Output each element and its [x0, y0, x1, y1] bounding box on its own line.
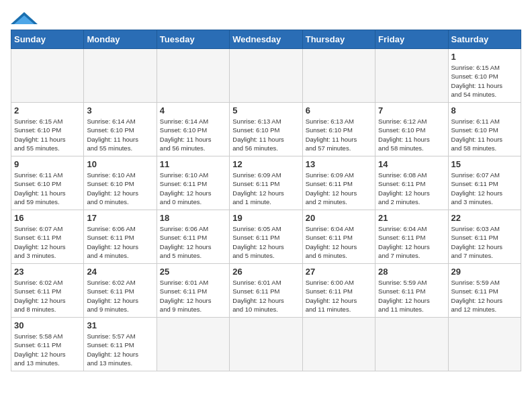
day-number: 14	[378, 159, 445, 169]
calendar-cell: 12Sunrise: 6:09 AM Sunset: 6:11 PM Dayli…	[230, 156, 302, 210]
day-info: Sunrise: 5:57 AM Sunset: 6:11 PM Dayligh…	[87, 332, 153, 367]
day-number: 4	[160, 105, 226, 116]
day-number: 11	[160, 159, 226, 169]
day-info: Sunrise: 6:10 AM Sunset: 6:10 PM Dayligh…	[87, 171, 153, 206]
calendar-cell	[230, 49, 302, 103]
day-info: Sunrise: 5:59 AM Sunset: 6:11 PM Dayligh…	[451, 278, 518, 314]
calendar-cell: 20Sunrise: 6:04 AM Sunset: 6:11 PM Dayli…	[302, 210, 375, 264]
logo-icon	[11, 12, 38, 24]
calendar-week-0: 1Sunrise: 6:15 AM Sunset: 6:10 PM Daylig…	[11, 49, 521, 103]
weekday-header-friday: Friday	[375, 30, 448, 49]
day-number: 19	[232, 213, 299, 223]
day-info: Sunrise: 6:07 AM Sunset: 6:11 PM Dayligh…	[451, 171, 518, 206]
day-info: Sunrise: 6:12 AM Sunset: 6:10 PM Dayligh…	[378, 117, 445, 152]
day-number: 1	[451, 52, 518, 62]
day-info: Sunrise: 6:01 AM Sunset: 6:11 PM Dayligh…	[160, 278, 226, 314]
calendar-cell: 7Sunrise: 6:12 AM Sunset: 6:10 PM Daylig…	[375, 103, 448, 156]
calendar-cell: 26Sunrise: 6:01 AM Sunset: 6:11 PM Dayli…	[230, 264, 302, 318]
calendar-week-1: 2Sunrise: 6:15 AM Sunset: 6:10 PM Daylig…	[11, 103, 521, 156]
calendar-cell	[84, 49, 157, 103]
calendar-week-3: 16Sunrise: 6:07 AM Sunset: 6:11 PM Dayli…	[11, 210, 521, 264]
calendar-cell: 21Sunrise: 6:04 AM Sunset: 6:11 PM Dayli…	[375, 210, 448, 264]
day-info: Sunrise: 6:13 AM Sunset: 6:10 PM Dayligh…	[232, 117, 299, 152]
calendar-cell: 23Sunrise: 6:02 AM Sunset: 6:11 PM Dayli…	[11, 264, 84, 318]
calendar-cell: 22Sunrise: 6:03 AM Sunset: 6:11 PM Dayli…	[448, 210, 521, 264]
day-number: 30	[14, 320, 81, 330]
calendar-cell	[157, 49, 229, 103]
day-number: 9	[14, 159, 81, 169]
day-number: 26	[232, 267, 299, 277]
calendar-cell: 11Sunrise: 6:10 AM Sunset: 6:11 PM Dayli…	[157, 156, 229, 210]
day-info: Sunrise: 6:03 AM Sunset: 6:11 PM Dayligh…	[451, 224, 518, 260]
day-number: 13	[306, 159, 372, 169]
day-info: Sunrise: 6:13 AM Sunset: 6:10 PM Dayligh…	[306, 117, 372, 152]
calendar-header: SundayMondayTuesdayWednesdayThursdayFrid…	[11, 30, 521, 49]
calendar-cell: 15Sunrise: 6:07 AM Sunset: 6:11 PM Dayli…	[448, 156, 521, 210]
calendar-cell	[11, 49, 84, 103]
calendar-cell	[302, 49, 375, 103]
header	[11, 11, 521, 24]
weekday-header-saturday: Saturday	[448, 30, 521, 49]
calendar-cell: 1Sunrise: 6:15 AM Sunset: 6:10 PM Daylig…	[448, 49, 521, 103]
day-number: 23	[14, 267, 81, 277]
calendar-cell: 19Sunrise: 6:05 AM Sunset: 6:11 PM Dayli…	[230, 210, 302, 264]
calendar-cell	[157, 318, 229, 371]
calendar-week-5: 30Sunrise: 5:58 AM Sunset: 6:11 PM Dayli…	[11, 318, 521, 371]
day-number: 20	[306, 213, 372, 223]
day-info: Sunrise: 6:15 AM Sunset: 6:10 PM Dayligh…	[451, 63, 518, 99]
day-number: 27	[306, 267, 372, 277]
day-number: 25	[160, 267, 226, 277]
weekday-row: SundayMondayTuesdayWednesdayThursdayFrid…	[11, 30, 521, 49]
calendar-week-2: 9Sunrise: 6:11 AM Sunset: 6:10 PM Daylig…	[11, 156, 521, 210]
calendar-body: 1Sunrise: 6:15 AM Sunset: 6:10 PM Daylig…	[11, 49, 521, 371]
day-info: Sunrise: 6:14 AM Sunset: 6:10 PM Dayligh…	[87, 117, 153, 152]
day-info: Sunrise: 6:07 AM Sunset: 6:11 PM Dayligh…	[14, 224, 81, 260]
day-info: Sunrise: 6:14 AM Sunset: 6:10 PM Dayligh…	[160, 117, 226, 152]
day-info: Sunrise: 6:06 AM Sunset: 6:11 PM Dayligh…	[160, 224, 226, 260]
calendar-cell	[375, 318, 448, 371]
weekday-header-thursday: Thursday	[302, 30, 375, 49]
day-info: Sunrise: 5:58 AM Sunset: 6:11 PM Dayligh…	[14, 332, 81, 367]
day-info: Sunrise: 6:11 AM Sunset: 6:10 PM Dayligh…	[14, 171, 81, 206]
weekday-header-wednesday: Wednesday	[230, 30, 302, 49]
day-number: 2	[14, 105, 81, 116]
calendar-cell: 25Sunrise: 6:01 AM Sunset: 6:11 PM Dayli…	[157, 264, 229, 318]
calendar-cell: 14Sunrise: 6:08 AM Sunset: 6:11 PM Dayli…	[375, 156, 448, 210]
calendar-cell: 8Sunrise: 6:11 AM Sunset: 6:10 PM Daylig…	[448, 103, 521, 156]
day-number: 28	[378, 267, 445, 277]
calendar-cell: 17Sunrise: 6:06 AM Sunset: 6:11 PM Dayli…	[84, 210, 157, 264]
day-number: 6	[306, 105, 372, 116]
calendar-cell: 24Sunrise: 6:02 AM Sunset: 6:11 PM Dayli…	[84, 264, 157, 318]
day-number: 15	[451, 159, 518, 169]
day-number: 7	[378, 105, 445, 116]
calendar-cell: 30Sunrise: 5:58 AM Sunset: 6:11 PM Dayli…	[11, 318, 84, 371]
calendar-cell: 6Sunrise: 6:13 AM Sunset: 6:10 PM Daylig…	[302, 103, 375, 156]
day-number: 8	[451, 105, 518, 116]
day-info: Sunrise: 6:02 AM Sunset: 6:11 PM Dayligh…	[14, 278, 81, 314]
day-info: Sunrise: 6:11 AM Sunset: 6:10 PM Dayligh…	[451, 117, 518, 152]
day-info: Sunrise: 6:15 AM Sunset: 6:10 PM Dayligh…	[14, 117, 81, 152]
calendar-cell: 10Sunrise: 6:10 AM Sunset: 6:10 PM Dayli…	[84, 156, 157, 210]
logo	[11, 11, 38, 24]
day-number: 10	[87, 159, 153, 169]
day-number: 17	[87, 213, 153, 223]
weekday-header-monday: Monday	[84, 30, 157, 49]
day-info: Sunrise: 6:10 AM Sunset: 6:11 PM Dayligh…	[160, 171, 226, 206]
day-info: Sunrise: 6:06 AM Sunset: 6:11 PM Dayligh…	[87, 224, 153, 260]
day-number: 31	[87, 320, 153, 330]
calendar-cell: 2Sunrise: 6:15 AM Sunset: 6:10 PM Daylig…	[11, 103, 84, 156]
calendar-cell: 16Sunrise: 6:07 AM Sunset: 6:11 PM Dayli…	[11, 210, 84, 264]
day-info: Sunrise: 5:59 AM Sunset: 6:11 PM Dayligh…	[378, 278, 445, 314]
calendar-cell: 27Sunrise: 6:00 AM Sunset: 6:11 PM Dayli…	[302, 264, 375, 318]
calendar-cell: 28Sunrise: 5:59 AM Sunset: 6:11 PM Dayli…	[375, 264, 448, 318]
day-info: Sunrise: 6:05 AM Sunset: 6:11 PM Dayligh…	[232, 224, 299, 260]
day-number: 5	[232, 105, 299, 116]
calendar-cell: 13Sunrise: 6:09 AM Sunset: 6:11 PM Dayli…	[302, 156, 375, 210]
day-number: 12	[232, 159, 299, 169]
day-info: Sunrise: 6:04 AM Sunset: 6:11 PM Dayligh…	[378, 224, 445, 260]
calendar-cell: 31Sunrise: 5:57 AM Sunset: 6:11 PM Dayli…	[84, 318, 157, 371]
day-info: Sunrise: 6:04 AM Sunset: 6:11 PM Dayligh…	[306, 224, 372, 260]
calendar-cell: 18Sunrise: 6:06 AM Sunset: 6:11 PM Dayli…	[157, 210, 229, 264]
calendar-week-4: 23Sunrise: 6:02 AM Sunset: 6:11 PM Dayli…	[11, 264, 521, 318]
calendar: SundayMondayTuesdayWednesdayThursdayFrid…	[11, 30, 521, 371]
